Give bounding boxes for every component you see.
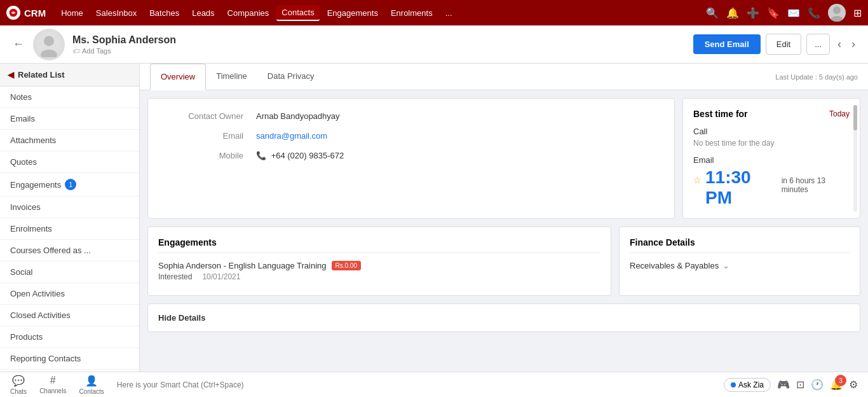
- tab-data-privacy[interactable]: Data Privacy: [257, 64, 325, 90]
- ask-zia-button[interactable]: Ask Zia: [724, 378, 771, 392]
- sidebar-item-products[interactable]: Products: [0, 326, 139, 348]
- sidebar-label-social: Social: [10, 267, 32, 277]
- app-logo[interactable]: CRM: [6, 6, 46, 20]
- email-link[interactable]: sandra@gmail.com: [256, 131, 327, 141]
- sidebar: ◀ Related List Notes Emails Attachments …: [0, 64, 140, 397]
- notification-badge: 3: [835, 375, 846, 386]
- best-time-header: Best time for Today: [693, 109, 850, 119]
- sidebar-label-reporting-contacts: Reporting Contacts: [10, 354, 81, 363]
- sidebar-label-closed-activities: Closed Activities: [10, 310, 71, 320]
- sidebar-item-reporting-contacts[interactable]: Reporting Contacts: [0, 348, 139, 370]
- sidebar-item-quotes[interactable]: Quotes: [0, 151, 139, 173]
- svg-point-4: [44, 36, 54, 46]
- sidebar-item-open-activities[interactable]: Open Activities: [0, 283, 139, 305]
- chevron-down-icon: ⌄: [722, 261, 729, 270]
- phone-icon[interactable]: 📞: [808, 7, 820, 19]
- nav-companies[interactable]: Companies: [222, 6, 275, 20]
- nav-salesinbox[interactable]: SalesInbox: [91, 6, 142, 20]
- plus-icon[interactable]: ➕: [747, 7, 759, 19]
- add-tags-label[interactable]: Add Tags: [82, 47, 111, 55]
- sidebar-label-emails: Emails: [10, 114, 35, 123]
- contact-owner-field: Contact Owner Arnab Bandyopadhyay: [167, 111, 655, 121]
- engagement-name: Sophia Anderson - English Language Train…: [158, 261, 600, 270]
- email-field: Email sandra@gmail.com: [167, 131, 655, 141]
- channels-label: Channels: [39, 387, 66, 394]
- best-time-value: 11:30 PM: [705, 167, 778, 208]
- nav-icons: 🔍 🔔 ➕ 🔖 ✉️ 📞 ⊞: [706, 4, 862, 22]
- bookmark-icon[interactable]: 🔖: [767, 7, 780, 19]
- contacts-label: Contacts: [79, 388, 104, 395]
- nav-enrolments[interactable]: Enrolments: [386, 6, 438, 20]
- tabs-bar: Overview Timeline Data Privacy Last Upda…: [140, 64, 868, 90]
- ask-zia-label: Ask Zia: [738, 380, 764, 389]
- call-label: Call: [693, 127, 850, 136]
- sidebar-item-courses-offered[interactable]: Courses Offered as ...: [0, 240, 139, 261]
- game-icon[interactable]: 🎮: [777, 379, 790, 391]
- top-navigation: CRM Home SalesInbox Batches Leads Compan…: [0, 0, 868, 25]
- engagement-meta: Interested 10/01/2021: [158, 272, 600, 281]
- nav-more[interactable]: ...: [440, 6, 458, 20]
- edit-button[interactable]: Edit: [766, 34, 801, 55]
- logo-icon: [6, 6, 20, 20]
- star-icon: ☆: [693, 175, 702, 185]
- sidebar-section-title: Related List: [18, 70, 65, 80]
- zia-dot: [731, 382, 736, 387]
- nav-engagements[interactable]: Engagements: [322, 6, 383, 20]
- channels-item[interactable]: # Channels: [39, 375, 66, 394]
- layout-icon[interactable]: ⊡: [796, 379, 804, 391]
- sidebar-item-enrolments[interactable]: Enrolments: [0, 218, 139, 240]
- nav-batches[interactable]: Batches: [144, 6, 184, 20]
- next-record-button[interactable]: ›: [849, 35, 858, 53]
- engagements-card: Engagements Sophia Anderson - English La…: [147, 226, 611, 296]
- scrollbar[interactable]: [853, 105, 857, 212]
- user-avatar[interactable]: [828, 4, 846, 22]
- finance-receivable[interactable]: Receivables & Payables ⌄: [630, 261, 850, 270]
- hide-details-button[interactable]: Hide Details: [147, 303, 860, 332]
- mobile-number: +64 (020) 9835-672: [271, 151, 344, 160]
- rs-badge: Rs.0.00: [332, 261, 361, 270]
- bell-icon[interactable]: 🔔: [726, 7, 739, 19]
- sidebar-item-invoices[interactable]: Invoices: [0, 197, 139, 218]
- prev-record-button[interactable]: ‹: [835, 35, 844, 53]
- svg-point-1: [833, 6, 841, 14]
- sidebar-item-engagements[interactable]: Engagements 1: [0, 173, 139, 197]
- mail-icon[interactable]: ✉️: [787, 7, 800, 19]
- tab-data-privacy-label: Data Privacy: [268, 71, 315, 81]
- scrollbar-thumb: [853, 105, 857, 130]
- clock-icon[interactable]: 🕐: [811, 379, 824, 391]
- contacts-item[interactable]: 👤 Contacts: [79, 375, 104, 395]
- sidebar-item-attachments[interactable]: Attachments: [0, 130, 139, 151]
- owner-label: Contact Owner: [167, 111, 243, 121]
- smart-chat-input[interactable]: [117, 380, 711, 389]
- grid-icon[interactable]: ⊞: [853, 7, 862, 19]
- contact-card: Contact Owner Arnab Bandyopadhyay Email …: [147, 98, 675, 219]
- tab-timeline[interactable]: Timeline: [206, 64, 257, 90]
- sidebar-item-closed-activities[interactable]: Closed Activities: [0, 305, 139, 326]
- back-button[interactable]: ←: [10, 35, 27, 53]
- mobile-field: Mobile 📞 +64 (020) 9835-672: [167, 151, 655, 160]
- more-options-button[interactable]: ...: [806, 34, 830, 55]
- notifications-button[interactable]: 🔔 3: [830, 379, 843, 391]
- nav-leads[interactable]: Leads: [187, 6, 219, 20]
- sidebar-item-emails[interactable]: Emails: [0, 108, 139, 130]
- mobile-label: Mobile: [167, 151, 243, 160]
- settings-icon[interactable]: ⚙: [849, 379, 858, 391]
- search-icon[interactable]: 🔍: [706, 7, 719, 19]
- engagements-finance-section: Engagements Sophia Anderson - English La…: [140, 226, 868, 303]
- engagement-item-name[interactable]: Sophia Anderson - English Language Train…: [158, 261, 327, 270]
- finance-title: Finance Details: [630, 237, 850, 253]
- nav-contacts[interactable]: Contacts: [276, 5, 319, 21]
- chats-item[interactable]: 💬 Chats: [10, 375, 27, 395]
- nav-home[interactable]: Home: [56, 6, 88, 20]
- engagements-badge: 1: [65, 179, 76, 190]
- contact-header: ← Ms. Sophia Anderson 🏷 Add Tags Send Em…: [0, 25, 868, 64]
- sidebar-label-quotes: Quotes: [10, 157, 37, 167]
- tabs: Overview Timeline Data Privacy: [150, 64, 325, 90]
- contact-section: Contact Owner Arnab Bandyopadhyay Email …: [140, 90, 868, 226]
- sidebar-item-social[interactable]: Social: [0, 261, 139, 283]
- contact-name: Ms. Sophia Anderson: [72, 34, 693, 46]
- tab-overview[interactable]: Overview: [150, 64, 206, 90]
- send-email-button[interactable]: Send Email: [693, 34, 761, 54]
- email-value[interactable]: sandra@gmail.com: [256, 131, 327, 141]
- sidebar-item-notes[interactable]: Notes: [0, 87, 139, 108]
